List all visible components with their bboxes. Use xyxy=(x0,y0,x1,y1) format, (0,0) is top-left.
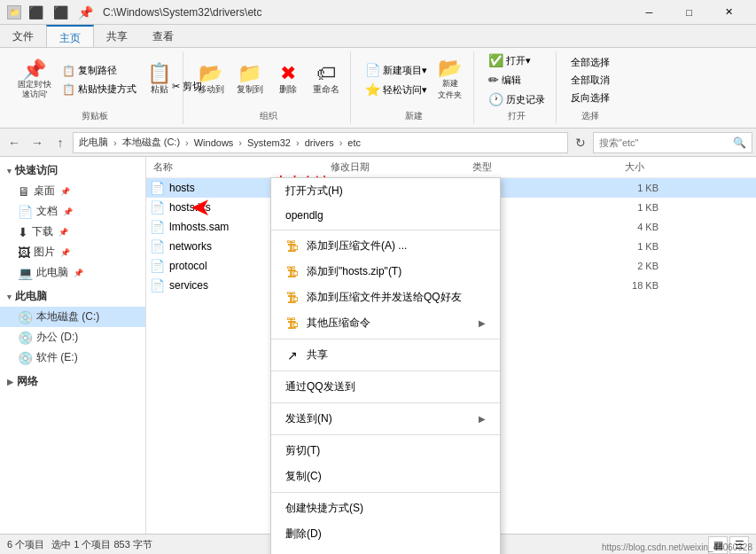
new-item-btn[interactable]: 📄 新建项目▾ xyxy=(362,61,431,79)
history-btn[interactable]: 🕐 历史记录 xyxy=(485,90,549,108)
ctx-cut[interactable]: 剪切(T) xyxy=(271,438,500,464)
ctx-add-send-qq[interactable]: 🗜 添加到压缩文件并发送给QQ好友 xyxy=(271,285,500,310)
sidebar-item-downloads[interactable]: ⬇ 下载 📌 xyxy=(0,222,145,242)
sidebar-item-edrive[interactable]: 💿 软件 (E:) xyxy=(0,347,145,368)
tab-share[interactable]: 共享 xyxy=(94,25,140,47)
ctx-share[interactable]: ↗ 共享 xyxy=(271,342,500,368)
ribbon-group-items-select: 全部选择 全部取消 反向选择 xyxy=(567,51,613,108)
copy-path-btn[interactable]: 📋 复制路径 xyxy=(58,62,140,79)
ctx-other-zip-inner: 🗜 其他压缩命令 xyxy=(285,316,370,331)
invert-select-btn[interactable]: 反向选择 xyxy=(567,90,613,106)
open-label: 打开▾ xyxy=(506,54,531,67)
rename-btn[interactable]: 🏷 重命名 xyxy=(309,62,343,98)
cut-btn[interactable]: ✂ 剪切 xyxy=(168,78,206,95)
sidebar-item-ddrive[interactable]: 💿 办公 (D:) xyxy=(0,327,145,347)
ctx-add-archive[interactable]: 🗜 添加到压缩文件(A) ... xyxy=(271,233,500,259)
open-btn[interactable]: ✅ 打开▾ xyxy=(485,51,549,69)
easy-access-btn[interactable]: ⭐ 轻松访问▾ xyxy=(362,81,431,98)
select-label: 选择 xyxy=(567,108,613,124)
ctx-open-with[interactable]: 打开方式(H) xyxy=(271,178,500,204)
select-all-btn[interactable]: 全部选择 xyxy=(567,54,613,71)
sidebar-item-cdrive[interactable]: 💿 本地磁盘 (C:) xyxy=(0,307,145,327)
ctx-send-qq[interactable]: 通过QQ发送到 xyxy=(271,374,500,400)
ctx-create-shortcut-label: 创建快捷方式(S) xyxy=(285,501,363,516)
organize-label: 组织 xyxy=(194,108,343,124)
search-input[interactable] xyxy=(599,137,729,148)
forward-btn[interactable]: → xyxy=(27,132,48,153)
close-btn[interactable]: ✕ xyxy=(709,0,749,25)
back-btn[interactable]: ← xyxy=(4,132,25,153)
selected-info: 选中 1 个项目 853 字节 xyxy=(51,538,152,551)
quick-access-btn[interactable]: ⬛ xyxy=(25,2,46,23)
ctx-opendlg-label: opendlg xyxy=(285,209,323,222)
delete-btn[interactable]: ✖ 删除 xyxy=(272,62,304,98)
col-type[interactable]: 类型 xyxy=(465,160,581,174)
edit-icon: ✏ xyxy=(488,73,499,87)
ctx-add-hosts-zip-label: 添加到"hosts.zip"(T) xyxy=(307,264,401,279)
title-text: C:\Windows\System32\drivers\etc xyxy=(96,6,629,19)
address-bar[interactable]: 此电脑 › 本地磁盘 (C:) › Windows › System32 › d… xyxy=(73,132,568,153)
sidebar-header-quickaccess[interactable]: ▾ 快速访问 xyxy=(0,160,145,181)
breadcrumb-windows[interactable]: Windows xyxy=(194,137,234,148)
ctx-send-to-arrow: ▶ xyxy=(479,414,486,424)
breadcrumb-c[interactable]: 本地磁盘 (C:) xyxy=(122,136,180,149)
maximize-btn[interactable]: □ xyxy=(669,0,709,25)
thispc-icon: 💻 xyxy=(18,266,33,280)
ctx-share-label: 共享 xyxy=(307,347,328,363)
pin-quick-access-btn[interactable]: 📌 固定到'快速访问' xyxy=(14,59,55,101)
ribbon-group-items-open: ✅ 打开▾ ✏ 编辑 🕐 历史记录 xyxy=(485,51,549,108)
col-name[interactable]: 名称 xyxy=(146,160,323,174)
sidebar-item-desktop[interactable]: 🖥 桌面 📌 xyxy=(0,181,145,201)
tab-file[interactable]: 文件 xyxy=(0,25,46,47)
new-folder-btn[interactable]: 📂 新建文件夹 xyxy=(434,57,466,103)
ribbon-tabs: 文件 主页 共享 查看 xyxy=(0,25,756,48)
copy-to-btn[interactable]: 📁 复制到 xyxy=(233,62,267,98)
select-none-btn[interactable]: 全部取消 xyxy=(567,72,613,89)
up-btn[interactable]: ↑ xyxy=(50,132,71,153)
search-icon[interactable]: 🔍 xyxy=(733,137,746,149)
ctx-add-hosts-zip[interactable]: 🗜 添加到"hosts.zip"(T) xyxy=(271,259,500,285)
ctx-send-to[interactable]: 发送到(N) ▶ xyxy=(271,406,500,432)
hosts-size: 1 KB xyxy=(595,183,666,193)
sidebar-header-thispc[interactable]: ▾ 此电脑 xyxy=(0,286,145,307)
sep5: › xyxy=(339,137,343,148)
ctx-copy[interactable]: 复制(C) xyxy=(271,464,500,489)
paste-shortcut-btn[interactable]: 📋 粘贴快捷方式 xyxy=(58,81,140,98)
pin-btn[interactable]: 📌 xyxy=(74,2,96,23)
refresh-btn[interactable]: ↻ xyxy=(570,132,591,153)
sidebar-item-docs[interactable]: 📄 文档 📌 xyxy=(0,201,145,222)
breadcrumb-pc[interactable]: 此电脑 xyxy=(79,136,108,149)
sidebar-item-thispc-quick[interactable]: 💻 此电脑 📌 xyxy=(0,262,145,283)
tab-view[interactable]: 查看 xyxy=(140,25,186,47)
sidebar-item-pictures[interactable]: 🖼 图片 📌 xyxy=(0,242,145,262)
sidebar-header-network[interactable]: ▶ 网络 xyxy=(0,371,145,392)
search-box[interactable]: 🔍 xyxy=(593,132,752,153)
ctx-opendlg[interactable]: opendlg xyxy=(271,204,500,227)
ctx-sep6 xyxy=(271,492,500,493)
context-menu: 打开方式(H) opendlg 🗜 添加到压缩文件(A) ... 🗜 添加到"h… xyxy=(270,177,501,554)
breadcrumb-system32[interactable]: System32 xyxy=(247,137,291,148)
ctx-delete-label: 删除(D) xyxy=(285,527,322,542)
delete-icon: ✖ xyxy=(280,64,296,83)
minimize-btn[interactable]: ─ xyxy=(629,0,669,25)
minimize-quick[interactable]: ⬛ xyxy=(50,2,71,23)
breadcrumb-etc[interactable]: etc xyxy=(347,137,361,148)
history-icon: 🕐 xyxy=(488,92,503,106)
sidebar: ▾ 快速访问 🖥 桌面 📌 📄 文档 📌 ⬇ 下载 📌 🖼 图片 � xyxy=(0,157,146,534)
tab-home[interactable]: 主页 xyxy=(46,25,94,47)
ctx-sep2 xyxy=(271,339,500,339)
ctx-other-zip[interactable]: 🗜 其他压缩命令 ▶ xyxy=(271,310,500,336)
ctx-other-zip-arrow: ▶ xyxy=(479,318,486,328)
breadcrumb-drivers[interactable]: drivers xyxy=(305,137,334,148)
ctx-rename[interactable]: 重命名(M) xyxy=(271,547,500,554)
edit-btn[interactable]: ✏ 编辑 xyxy=(485,71,549,89)
ribbon-group-items-clipboard: 📌 固定到'快速访问' 📋 复制路径 📋 粘贴快捷方式 📋 xyxy=(14,51,175,108)
col-date[interactable]: 修改日期 xyxy=(323,160,465,174)
col-size[interactable]: 大小 xyxy=(581,160,651,174)
window-icon: 📁 xyxy=(7,5,21,20)
watermark: https://blog.csdn.net/weixin_44060328 xyxy=(602,542,752,552)
ctx-delete[interactable]: 删除(D) xyxy=(271,521,500,547)
ctx-create-shortcut[interactable]: 创建快捷方式(S) xyxy=(271,495,500,521)
ctx-copy-label: 复制(C) xyxy=(285,469,322,484)
sep4: › xyxy=(296,137,300,148)
